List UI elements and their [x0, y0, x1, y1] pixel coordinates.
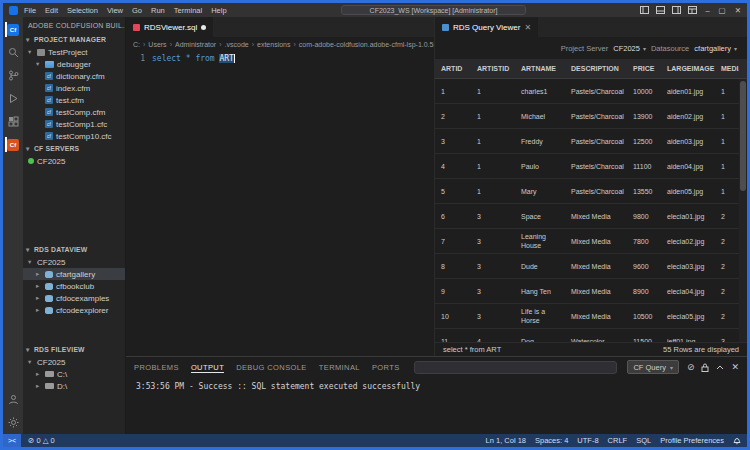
dataview-root[interactable]: ▾ CF2025 — [23, 256, 125, 268]
table-row[interactable]: 41PauloPastels/Charcoal11100aiden04.jpg1 — [435, 154, 747, 179]
language-mode[interactable]: SQL — [636, 436, 651, 445]
lock-scroll-icon[interactable] — [701, 363, 709, 372]
menu-run[interactable]: Run — [151, 6, 165, 15]
tab-output[interactable]: OUTPUT — [191, 363, 224, 372]
clear-output-icon[interactable]: ⊘ — [687, 362, 695, 372]
table-row[interactable]: 83DudeMixed Media9600elecia03.jpg2 — [435, 254, 747, 279]
table-row[interactable]: 51MaryPastels/Charcoal13550aiden05.jpg1 — [435, 179, 747, 204]
datasource-item-cfartgallery[interactable]: ▸ cfartgallery — [23, 268, 125, 280]
table-row[interactable]: 11charles1Pastels/Charcoal10000aiden01.j… — [435, 79, 747, 104]
breadcrumb-item[interactable]: com-adobe-coldfusion.adobe-cfml-lsp-1.0.… — [299, 41, 434, 48]
column-header-mediaid[interactable]: MEDIAID — [715, 64, 739, 73]
column-header-artname[interactable]: ARTNAME — [515, 64, 565, 73]
datasource-dropdown[interactable]: cfartgallery▾ — [694, 44, 737, 53]
breadcrumb-item[interactable]: extensions — [257, 41, 290, 48]
cursor-position[interactable]: Ln 1, Col 18 — [486, 436, 526, 445]
menu-view[interactable]: View — [107, 6, 123, 15]
datasource-item-cfbookclub[interactable]: ▸ cfbookclub — [23, 280, 125, 292]
table-row[interactable]: 31FreddyPastels/Charcoal12500aiden03.jpg… — [435, 129, 747, 154]
eol-sequence[interactable]: CRLF — [608, 436, 628, 445]
menu-selection[interactable]: Selection — [67, 6, 98, 15]
output-channel-dropdown[interactable]: CF Query ▾ — [627, 360, 679, 374]
tree-item-file[interactable]: cfdictionary.cfm — [23, 70, 125, 82]
menu-help[interactable]: Help — [211, 6, 226, 15]
menu-edit[interactable]: Edit — [45, 6, 58, 15]
coldfusion-server-icon[interactable]: Cf — [5, 137, 21, 152]
scrollbar-thumb[interactable] — [740, 81, 746, 191]
tab-rdsviewer-sql[interactable]: RDSViewer.sql — [126, 17, 214, 37]
tree-item-folder[interactable]: ▾ debugger — [23, 58, 125, 70]
output-content[interactable]: 3:53:56 PM - Success :: SQL statement ex… — [126, 377, 747, 434]
close-panel-icon[interactable]: ✕ — [731, 362, 739, 372]
tab-problems[interactable]: PROBLEMS — [134, 363, 179, 372]
tree-item-file[interactable]: cftestComp.cfm — [23, 106, 125, 118]
indentation[interactable]: Spaces: 4 — [535, 436, 568, 445]
maximize-panel-icon[interactable] — [716, 365, 724, 370]
breadcrumb-item[interactable]: .vscode — [225, 41, 249, 48]
tab-terminal[interactable]: TERMINAL — [319, 363, 360, 372]
encoding[interactable]: UTF-8 — [577, 436, 598, 445]
drive-item-d[interactable]: ▸ D:\ — [23, 380, 125, 392]
breadcrumb-item[interactable]: Users — [148, 41, 166, 48]
menu-go[interactable]: Go — [132, 6, 142, 15]
output-filter-input[interactable] — [414, 361, 618, 374]
close-icon[interactable]: ✕ — [524, 23, 531, 32]
datasource-item-cfdocexamples[interactable]: ▸ cfdocexamples — [23, 292, 125, 304]
tree-item-file[interactable]: cfindex.cfm — [23, 82, 125, 94]
column-header-artid[interactable]: ARTID — [435, 64, 471, 73]
menu-terminal[interactable]: Terminal — [174, 6, 202, 15]
extensions-icon[interactable] — [5, 114, 21, 129]
window-title[interactable]: CF2023_WS [Workspace] [Administrator] — [341, 5, 527, 15]
breadcrumb-item[interactable]: C: — [133, 41, 140, 48]
cf-servers-header[interactable]: ▾ CF SERVERS — [23, 142, 125, 155]
project-manager-header[interactable]: ▾ PROJECT MANAGER — [23, 33, 125, 46]
database-icon — [45, 295, 53, 302]
maximize-button[interactable]: ▢ — [719, 6, 726, 15]
tab-rds-query-viewer[interactable]: RDS Query Viewer ✕ — [435, 17, 539, 37]
source-control-icon[interactable] — [5, 68, 21, 83]
minimize-button[interactable]: – — [705, 6, 709, 15]
column-header-description[interactable]: DESCRIPTION — [565, 64, 627, 73]
menu-file[interactable]: File — [24, 6, 36, 15]
drive-item-c[interactable]: ▸ C:\ — [23, 368, 125, 380]
server-dropdown[interactable]: CF2025▾ — [613, 44, 646, 53]
problems-status[interactable]: ⊘ 0 △ 0 — [28, 436, 55, 445]
tree-item-file[interactable]: cftest.cfm — [23, 94, 125, 106]
settings-gear-icon[interactable] — [5, 415, 21, 430]
column-header-largeimage[interactable]: LARGEIMAGE — [661, 64, 715, 73]
tree-item-file[interactable]: cftestComp10.cfc — [23, 130, 125, 142]
rds-dataview-header[interactable]: ▾ RDS DATAVIEW — [23, 243, 125, 256]
tab-debug-console[interactable]: DEBUG CONSOLE — [236, 363, 307, 372]
search-icon[interactable] — [5, 45, 21, 60]
tree-item-project[interactable]: ▾ TestProject — [23, 46, 125, 58]
tree-item-file[interactable]: cftestComp1.cfc — [23, 118, 125, 130]
breadcrumb-item[interactable]: Administrator — [175, 41, 216, 48]
modified-dot-icon[interactable] — [201, 25, 206, 30]
column-header-price[interactable]: PRICE — [627, 64, 661, 73]
notifications-bell-icon[interactable] — [733, 436, 741, 445]
remote-indicator-icon[interactable]: >< — [3, 434, 21, 447]
table-row[interactable]: 103Life is a HorseMixed Media10500elecia… — [435, 304, 747, 329]
table-row[interactable]: 93Hang TenMixed Media8900elecia04.jpg2 — [435, 279, 747, 304]
rds-fileview-header[interactable]: ▾ RDS FILEVIEW — [23, 343, 125, 356]
server-item[interactable]: CF2025 — [23, 155, 125, 167]
fileview-root[interactable]: ▾ CF2025 — [23, 356, 125, 368]
toggle-secondary-sidebar-icon[interactable] — [672, 6, 681, 14]
profile-preferences[interactable]: Profile Preferences — [660, 436, 724, 445]
close-button[interactable]: ✕ — [735, 6, 741, 15]
datasource-item-cfcodeexplorer[interactable]: ▸ cfcodeexplorer — [23, 304, 125, 316]
coldfusion-builder-icon[interactable]: Cf — [5, 22, 21, 37]
code-editor[interactable]: 1 select * from ART — [126, 51, 434, 356]
table-row[interactable]: 63SpaceMixed Media9800elecia01.jpg2 — [435, 204, 747, 229]
table-row[interactable]: 73Leaning HouseMixed Media7800elecia02.j… — [435, 229, 747, 254]
table-row[interactable]: 21MichaelPastels/Charcoal13900aiden02.jp… — [435, 104, 747, 129]
vertical-scrollbar[interactable] — [739, 79, 747, 342]
run-debug-icon[interactable] — [5, 91, 21, 106]
toggle-panel-icon[interactable] — [656, 6, 665, 14]
customize-layout-icon[interactable] — [688, 6, 697, 14]
toggle-sidebar-icon[interactable] — [640, 6, 649, 14]
tab-ports[interactable]: PORTS — [372, 363, 400, 372]
accounts-icon[interactable] — [5, 392, 21, 407]
column-header-artistid[interactable]: ARTISTID — [471, 64, 515, 73]
table-row[interactable]: 114DogWatercolor11500jeff01.jpg3 — [435, 329, 747, 342]
